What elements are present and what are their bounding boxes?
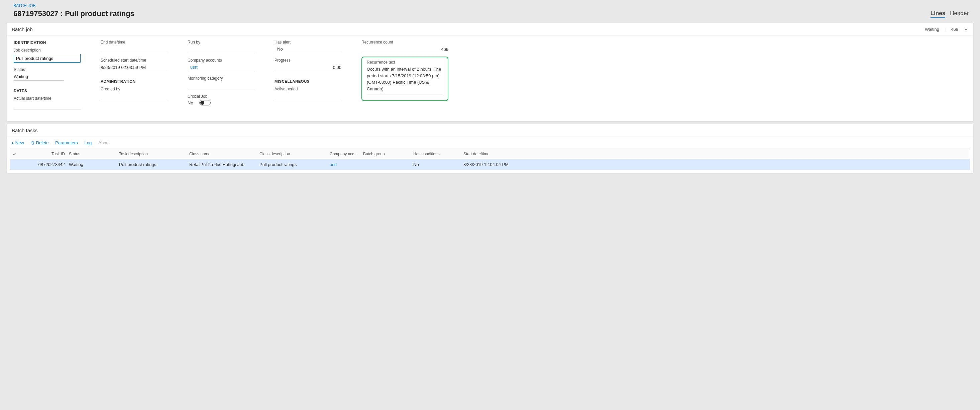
miscellaneous-heading: MISCELLANEOUS bbox=[275, 79, 341, 83]
batch-job-status-summary: Waiting bbox=[925, 27, 939, 32]
job-description-input[interactable] bbox=[14, 54, 81, 62]
cell-hascond: No bbox=[411, 159, 461, 170]
view-tabs: Lines Header bbox=[931, 10, 969, 18]
batch-job-card: Batch job Waiting | 469 IDENTIFICATION J… bbox=[7, 23, 973, 121]
recurrence-count-label: Recurrence count bbox=[361, 40, 449, 45]
col-taskid[interactable]: Task ID bbox=[24, 149, 67, 159]
grid-select-header[interactable] bbox=[10, 149, 24, 159]
batch-tasks-grid: Task ID Status Task description Class na… bbox=[10, 148, 970, 170]
table-row[interactable]: 68720278442 Waiting Pull product ratings… bbox=[10, 159, 970, 170]
identification-heading: IDENTIFICATION bbox=[14, 40, 81, 45]
cell-batchgroup bbox=[361, 162, 411, 168]
cell-taskdesc: Pull product ratings bbox=[117, 159, 187, 170]
progress-label: Progress bbox=[275, 58, 341, 62]
recurrence-text-value: Occurs with an interval of 2 hours. The … bbox=[367, 66, 443, 94]
batch-job-title: Batch job bbox=[12, 26, 33, 32]
col-classdesc[interactable]: Class description bbox=[258, 149, 328, 159]
abort-button: Abort bbox=[98, 140, 109, 145]
has-alert-label: Has alert bbox=[275, 40, 341, 45]
col-taskdesc[interactable]: Task description bbox=[117, 149, 187, 159]
dates-heading: DATES bbox=[14, 89, 81, 93]
new-button[interactable]: + New bbox=[11, 140, 24, 145]
run-by-input[interactable] bbox=[188, 46, 255, 53]
run-by-label: Run by bbox=[188, 40, 255, 45]
company-accounts-label: Company accounts bbox=[188, 58, 255, 62]
created-by-label: Created by bbox=[101, 87, 167, 91]
cell-classdesc: Pull product ratings bbox=[258, 159, 328, 170]
cell-startdt: 8/23/2019 12:04:04 PM bbox=[461, 159, 970, 170]
cell-status: Waiting bbox=[67, 159, 117, 170]
tab-header[interactable]: Header bbox=[950, 10, 969, 18]
batch-tasks-title: Batch tasks bbox=[12, 128, 38, 133]
delete-button[interactable]: Delete bbox=[31, 140, 49, 145]
has-alert-value: No bbox=[275, 46, 341, 53]
administration-heading: ADMINISTRATION bbox=[101, 79, 167, 83]
status-value: Waiting bbox=[14, 73, 64, 81]
progress-input[interactable] bbox=[275, 64, 341, 71]
log-button[interactable]: Log bbox=[84, 140, 92, 145]
end-datetime-input[interactable] bbox=[101, 46, 167, 53]
critical-job-value: No bbox=[188, 101, 193, 105]
col-batchgroup[interactable]: Batch group bbox=[361, 149, 411, 159]
recurrence-count-input[interactable] bbox=[361, 46, 449, 53]
col-startdt[interactable]: Start date/time bbox=[461, 149, 970, 159]
cell-company[interactable]: usrt bbox=[328, 159, 361, 170]
scheduled-start-label: Scheduled start date/time bbox=[101, 58, 167, 62]
actual-start-input[interactable] bbox=[14, 102, 81, 109]
company-accounts-value[interactable]: usrt bbox=[188, 64, 255, 71]
parameters-button[interactable]: Parameters bbox=[55, 140, 78, 145]
plus-icon: + bbox=[11, 140, 14, 145]
col-company[interactable]: Company acc... bbox=[328, 149, 361, 159]
status-label: Status bbox=[14, 67, 81, 72]
breadcrumb[interactable]: BATCH JOB bbox=[13, 3, 973, 8]
batch-job-count: 469 bbox=[951, 27, 958, 32]
recurrence-highlight: Recurrence text Occurs with an interval … bbox=[361, 57, 449, 101]
col-classname[interactable]: Class name bbox=[187, 149, 258, 159]
batch-tasks-card: Batch tasks + New Delete Parameters Log … bbox=[7, 124, 973, 173]
trash-icon bbox=[31, 141, 35, 145]
critical-job-toggle[interactable] bbox=[199, 100, 211, 105]
chevron-up-icon[interactable] bbox=[964, 27, 968, 32]
filter-icon[interactable] bbox=[359, 152, 359, 156]
active-period-input[interactable] bbox=[275, 93, 341, 100]
check-icon bbox=[12, 152, 17, 156]
col-hascond[interactable]: Has conditions bbox=[411, 149, 461, 159]
active-period-label: Active period bbox=[275, 87, 341, 91]
tab-lines[interactable]: Lines bbox=[931, 10, 945, 18]
scheduled-start-input[interactable] bbox=[101, 64, 167, 71]
critical-job-label: Critical Job bbox=[188, 94, 255, 99]
created-by-input[interactable] bbox=[101, 93, 167, 100]
cell-classname: RetailPullProductRatingsJob bbox=[187, 159, 258, 170]
job-description-label: Job description bbox=[14, 48, 81, 53]
grid-header-row: Task ID Status Task description Class na… bbox=[10, 149, 970, 159]
batch-tasks-toolbar: + New Delete Parameters Log Abort bbox=[10, 137, 970, 148]
actual-start-label: Actual start date/time bbox=[14, 96, 81, 101]
page-title: 68719753027 : Pull product ratings bbox=[13, 10, 134, 18]
cell-taskid: 68720278442 bbox=[24, 159, 67, 170]
recurrence-text-label: Recurrence text bbox=[367, 60, 443, 65]
monitoring-category-input[interactable] bbox=[188, 82, 255, 89]
col-status[interactable]: Status bbox=[67, 149, 117, 159]
end-datetime-label: End date/time bbox=[101, 40, 167, 45]
monitoring-category-label: Monitoring category bbox=[188, 76, 255, 81]
